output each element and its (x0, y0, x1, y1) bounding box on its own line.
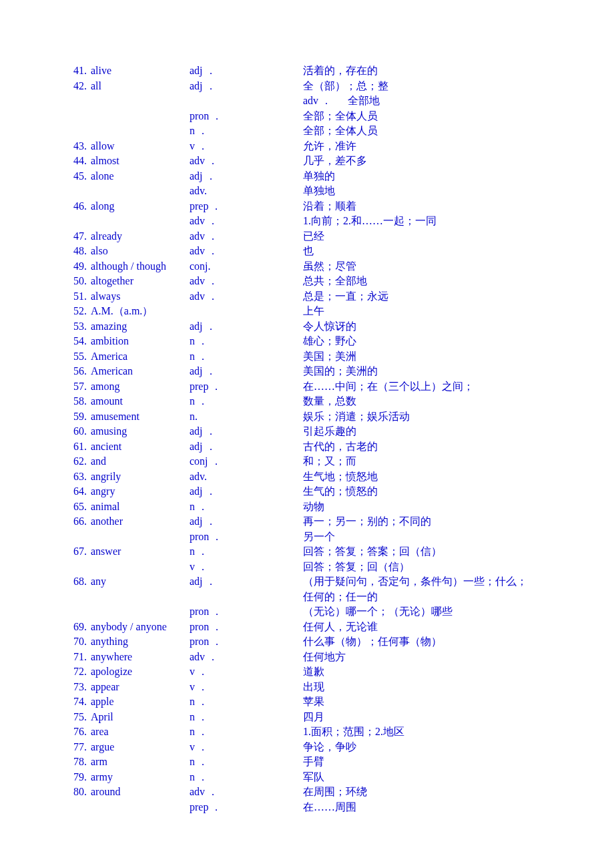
part-of-speech: v ． (190, 139, 303, 154)
entry-number (59, 800, 91, 815)
part-of-speech: prep ． (190, 199, 303, 214)
part-of-speech: pron ． (190, 620, 303, 635)
entry-number: 67. (59, 544, 91, 560)
entry-word: army (91, 770, 190, 785)
entry-number: 73. (59, 680, 91, 695)
entry-number: 76. (59, 724, 91, 740)
definition-text: 军队 (303, 770, 555, 785)
vocabulary-row: 68.anyadj ．（用于疑问句，否定句，条件句）一些；什么； (59, 574, 555, 590)
vocabulary-row: 77.arguev ．争论，争吵 (59, 740, 555, 755)
definition-text: 在……中间；在（三个以上）之间； (303, 379, 555, 395)
definition-text: 雄心；野心 (303, 334, 555, 349)
entry-number: 53. (59, 319, 91, 335)
definition-text: 单独地 (303, 184, 555, 199)
definition-text: 也 (303, 244, 555, 259)
vocabulary-row: 75.Apriln ．四月 (59, 710, 555, 725)
vocabulary-row: 44.almostadv ．几乎，差不多 (59, 154, 555, 169)
definition-text: 全（部）；总；整 (303, 79, 555, 94)
entry-word: along (91, 199, 190, 214)
vocabulary-row: 47.alreadyadv ．已经 (59, 229, 555, 244)
entry-number: 45. (59, 169, 91, 184)
entry-number: 71. (59, 650, 91, 665)
vocabulary-row: 66.anotheradj ．再一；另一；别的；不同的 (59, 514, 555, 529)
part-of-speech: v ． (190, 680, 303, 695)
vocabulary-row: 80.aroundadv ．在周围；环绕 (59, 785, 555, 800)
part-of-speech: conj ． (190, 454, 303, 469)
entry-number (59, 109, 91, 124)
entry-word: another (91, 514, 190, 529)
vocabulary-row: pron ．全部；全体人员 (59, 109, 555, 124)
entry-word: anywhere (91, 650, 190, 665)
definition-text: adv ． 全部地 (303, 93, 555, 109)
vocabulary-row: 57.amongprep ．在……中间；在（三个以上）之间； (59, 379, 555, 395)
definition-text: 古代的，古老的 (303, 439, 555, 455)
entry-word: altogether (91, 274, 190, 289)
entry-word: apologize (91, 664, 190, 680)
definition-text: 令人惊讶的 (303, 319, 555, 335)
vocabulary-row: 50.altogetheradv ．总共；全部地 (59, 274, 555, 289)
entry-number: 57. (59, 379, 91, 395)
entry-number (59, 604, 91, 620)
part-of-speech: adj ． (190, 319, 303, 335)
entry-number (59, 184, 91, 199)
entry-word (91, 529, 190, 545)
entry-word: already (91, 229, 190, 244)
part-of-speech: n ． (190, 499, 303, 515)
vocabulary-row: 52.A.M.（a.m.）上午 (59, 304, 555, 319)
vocabulary-row: 67.answern ．回答；答复；答案；回（信） (59, 544, 555, 560)
entry-word: amusement (91, 409, 190, 425)
part-of-speech: adv. (190, 184, 303, 199)
entry-word: answer (91, 544, 190, 560)
entry-word: apple (91, 694, 190, 710)
vocabulary-row: 45.aloneadj ．单独的 (59, 169, 555, 184)
entry-number: 65. (59, 499, 91, 515)
definition-text: （无论）哪一个；（无论）哪些 (303, 604, 555, 620)
entry-number: 54. (59, 334, 91, 349)
vocabulary-row: v ．回答；答复；回（信） (59, 560, 555, 575)
vocabulary-row: 60.amusingadj ．引起乐趣的 (59, 424, 555, 439)
part-of-speech: v ． (190, 664, 303, 680)
definition-text: 1.向前；2.和……一起；一同 (303, 214, 555, 229)
vocabulary-row: 76.arean ．1.面积；范围；2.地区 (59, 724, 555, 740)
part-of-speech: adv. (190, 469, 303, 485)
part-of-speech (190, 304, 303, 319)
definition-text: 再一；另一；别的；不同的 (303, 514, 555, 529)
entry-number: 64. (59, 484, 91, 499)
definition-text: 数量，总数 (303, 394, 555, 409)
entry-number: 52. (59, 304, 91, 319)
definition-text: 虽然；尽管 (303, 259, 555, 274)
entry-word (91, 560, 190, 575)
vocabulary-row: 74.applen ．苹果 (59, 694, 555, 710)
part-of-speech: n ． (190, 394, 303, 409)
definition-text: 美国；美洲 (303, 349, 555, 365)
entry-number: 74. (59, 694, 91, 710)
definition-text: 四月 (303, 710, 555, 725)
definition-text: 和；又；而 (303, 454, 555, 469)
part-of-speech: n ． (190, 770, 303, 785)
part-of-speech: adv ． (190, 229, 303, 244)
definition-text: 美国的；美洲的 (303, 364, 555, 379)
vocabulary-row: 63.angrilyadv.生气地；愤怒地 (59, 469, 555, 485)
entry-word: April (91, 710, 190, 725)
definition-text: 在……周围 (303, 800, 555, 815)
entry-number: 58. (59, 394, 91, 409)
definition-text: 动物 (303, 499, 555, 515)
definition-text: 引起乐趣的 (303, 424, 555, 439)
entry-word: arm (91, 754, 190, 770)
entry-number: 49. (59, 259, 91, 274)
part-of-speech: adj ． (190, 574, 303, 590)
part-of-speech: adj ． (190, 79, 303, 94)
part-of-speech: adv ． (190, 785, 303, 800)
entry-number: 69. (59, 620, 91, 635)
entry-word: America (91, 349, 190, 365)
definition-text: 手臂 (303, 754, 555, 770)
entry-word: amazing (91, 319, 190, 335)
definition-text: 出现 (303, 680, 555, 695)
vocabulary-row: 64.angryadj ．生气的；愤怒的 (59, 484, 555, 499)
vocabulary-row: 78.armn ．手臂 (59, 754, 555, 770)
part-of-speech: adj ． (190, 424, 303, 439)
vocabulary-row: 42.alladj ．全（部）；总；整 (59, 79, 555, 94)
vocabulary-row: 61.ancientadj ．古代的，古老的 (59, 439, 555, 455)
part-of-speech: v ． (190, 740, 303, 755)
entry-word: angry (91, 484, 190, 499)
